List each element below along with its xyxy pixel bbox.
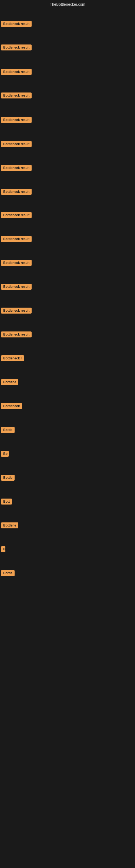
bottleneck-badge-11[interactable]: Bottleneck result: [1, 260, 32, 266]
bottleneck-badge-1[interactable]: Bottleneck result: [1, 21, 32, 27]
bottleneck-row-4: Bottleneck result: [0, 90, 135, 102]
bottleneck-row-6: Bottleneck result: [0, 139, 135, 150]
bottleneck-row-17: Bottleneck: [0, 401, 135, 412]
bottleneck-badge-22[interactable]: Bottlene: [1, 522, 18, 528]
bottleneck-row-21: Bott: [0, 496, 135, 508]
bottleneck-row-9: Bottleneck result: [0, 210, 135, 221]
bottleneck-row-15: Bottleneck r: [0, 353, 135, 365]
bottleneck-row-11: Bottleneck result: [0, 258, 135, 269]
bottleneck-badge-12[interactable]: Bottleneck result: [1, 284, 32, 290]
bottleneck-badge-14[interactable]: Bottleneck result: [1, 332, 32, 337]
bottleneck-badge-16[interactable]: Bottlene: [1, 379, 18, 385]
bottleneck-row-5: Bottleneck result: [0, 115, 135, 126]
bottleneck-row-19: Bo: [0, 448, 135, 460]
bottleneck-badge-21[interactable]: Bott: [1, 499, 12, 504]
bottleneck-badge-17[interactable]: Bottleneck: [1, 403, 22, 409]
bottleneck-badge-2[interactable]: Bottleneck result: [1, 44, 32, 51]
bottleneck-row-16: Bottlene: [0, 377, 135, 389]
bottleneck-badge-8[interactable]: Bottleneck result: [1, 189, 32, 195]
bottleneck-row-18: Bottle: [0, 425, 135, 436]
bottleneck-row-10: Bottleneck result: [0, 234, 135, 245]
bottleneck-row-8: Bottleneck result: [0, 187, 135, 198]
bottleneck-badge-20[interactable]: Bottle: [1, 475, 14, 480]
bottleneck-badge-18[interactable]: Bottle: [1, 427, 14, 433]
bottleneck-badge-6[interactable]: Bottleneck result: [1, 141, 32, 147]
bottleneck-badge-23[interactable]: B: [1, 546, 5, 552]
bottleneck-row-1: Bottleneck result: [0, 19, 135, 30]
bottleneck-row-14: Bottleneck result: [0, 329, 135, 341]
bottleneck-row-3: Bottleneck result: [0, 67, 135, 78]
bottleneck-row-2: Bottleneck result: [0, 42, 135, 54]
bottleneck-row-7: Bottleneck result: [0, 163, 135, 174]
bottleneck-badge-9[interactable]: Bottleneck result: [1, 212, 32, 218]
bottleneck-badge-10[interactable]: Bottleneck result: [1, 236, 32, 242]
bottleneck-badge-4[interactable]: Bottleneck result: [1, 93, 32, 98]
bottleneck-badge-19[interactable]: Bo: [1, 451, 9, 457]
bottleneck-badge-7[interactable]: Bottleneck result: [1, 165, 32, 171]
bottleneck-row-20: Bottle: [0, 472, 135, 484]
site-title: TheBottlenecker.com: [0, 0, 135, 9]
bottleneck-row-13: Bottleneck result: [0, 305, 135, 317]
bottleneck-row-12: Bottleneck result: [0, 282, 135, 293]
bottleneck-row-22: Bottlene: [0, 520, 135, 532]
bottleneck-row-24: Bottle: [0, 568, 135, 579]
bottleneck-row-23: B: [0, 544, 135, 556]
bottleneck-badge-5[interactable]: Bottleneck result: [1, 117, 32, 123]
bottleneck-badge-3[interactable]: Bottleneck result: [1, 69, 32, 75]
bottleneck-badge-13[interactable]: Bottleneck result: [1, 308, 32, 314]
bottleneck-badge-15[interactable]: Bottleneck r: [1, 355, 24, 361]
bottleneck-badge-24[interactable]: Bottle: [1, 570, 14, 576]
